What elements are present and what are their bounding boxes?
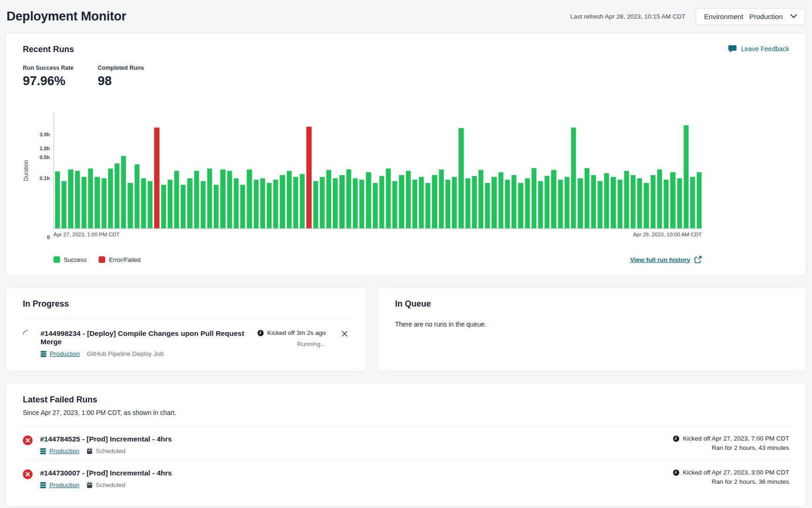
chart-bar-success[interactable] [458,128,463,228]
chart-bar-success[interactable] [280,175,285,228]
chart-bar-success[interactable] [452,177,457,228]
chart-bar-success[interactable] [313,181,318,228]
chart-bar-success[interactable] [134,164,140,228]
chart-bar-success[interactable] [181,185,186,228]
chart-bar-success[interactable] [326,170,331,228]
chart-bar-success[interactable] [472,176,477,228]
chart-bar-success[interactable] [379,176,384,228]
chart-bar-success[interactable] [670,172,675,228]
view-full-run-history-link[interactable]: View full run history [630,256,702,263]
chart-bar-success[interactable] [491,177,497,228]
chart-bar-success[interactable] [267,183,272,228]
chart-bar-success[interactable] [254,180,259,228]
chart-bar-success[interactable] [419,177,424,228]
environment-link[interactable]: Production [40,481,80,488]
chart-bar-success[interactable] [697,172,702,228]
chart-bar-success[interactable] [273,180,278,228]
environment-link[interactable]: Production [40,350,80,357]
chart-bar-success[interactable] [432,175,437,228]
chart-bar-success[interactable] [293,177,298,228]
chart-bar-success[interactable] [399,175,404,228]
chart-bar-success[interactable] [637,178,642,228]
chart-bar-success[interactable] [55,171,60,228]
chart-bar-success[interactable] [478,170,483,228]
chart-bar-success[interactable] [571,127,576,228]
chart-bar-success[interactable] [121,156,126,228]
chart-bar-success[interactable] [114,163,120,228]
chart-bar-success[interactable] [128,183,133,228]
chart-bar-success[interactable] [194,171,199,228]
chart-bar-success[interactable] [68,169,73,228]
dismiss-run-button[interactable] [340,329,349,340]
chart-bar-success[interactable] [611,177,616,228]
chart-bar-success[interactable] [220,169,225,228]
chart-bar-success[interactable] [207,168,212,228]
chart-bar-failed[interactable] [306,127,311,228]
chart-bar-success[interactable] [227,171,232,228]
chart-bar-success[interactable] [141,178,146,228]
chart-bar-success[interactable] [525,178,530,228]
chart-bar-success[interactable] [333,178,338,228]
chart-bar-success[interactable] [558,180,563,228]
chart-bar-success[interactable] [690,177,695,228]
chart-bar-success[interactable] [644,183,649,228]
chart-bar-success[interactable] [386,168,391,228]
chart-bar-success[interactable] [518,183,523,228]
chart-bar-success[interactable] [631,175,636,228]
chart-bar-success[interactable] [174,171,179,228]
chart-bar-success[interactable] [75,171,80,228]
chart-bar-success[interactable] [148,181,153,228]
chart-bar-success[interactable] [412,180,417,228]
chart-bar-success[interactable] [544,176,550,228]
environment-dropdown[interactable]: Environment Production [696,8,805,25]
chart-bar-success[interactable] [240,185,245,228]
chart-bar-success[interactable] [88,168,93,228]
chart-bar-success[interactable] [406,171,411,228]
chart-bar-success[interactable] [61,181,67,228]
chart-bar-success[interactable] [485,183,490,228]
chart-bar-success[interactable] [108,168,113,228]
chart-bar-success[interactable] [373,183,378,228]
chart-bar-success[interactable] [359,180,364,228]
chart-bar-success[interactable] [353,178,358,228]
chart-bar-success[interactable] [551,170,556,228]
chart-bar-success[interactable] [505,180,510,228]
chart-bar-success[interactable] [439,169,444,228]
chart-bar-success[interactable] [584,168,590,228]
chart-bar-success[interactable] [234,178,239,228]
chart-bar-success[interactable] [201,181,206,228]
chart-bar-success[interactable] [168,180,173,228]
chart-bar-success[interactable] [538,181,543,228]
leave-feedback-link[interactable]: Leave Feedback [728,45,789,53]
chart-bar-success[interactable] [624,171,629,228]
environment-link[interactable]: Production [40,448,80,455]
chart-bar-success[interactable] [260,178,265,228]
chart-bar-success[interactable] [604,173,609,228]
chart-bar-failed[interactable] [154,127,159,228]
chart-bar-success[interactable] [677,178,682,228]
chart-bar-success[interactable] [591,175,596,228]
chart-bar-success[interactable] [664,180,669,228]
chart-bar-success[interactable] [392,181,397,228]
chart-bar-success[interactable] [187,178,192,228]
chart-bar-success[interactable] [651,175,656,228]
chart-bar-success[interactable] [101,178,107,228]
chart-bar-success[interactable] [81,177,87,228]
chart-bar-success[interactable] [214,185,219,228]
chart-bar-success[interactable] [465,178,470,228]
chart-bar-success[interactable] [339,175,344,228]
chart-bar-success[interactable] [94,177,100,228]
chart-bar-success[interactable] [346,169,351,228]
chart-bar-success[interactable] [366,172,371,228]
chart-bar-success[interactable] [498,172,503,228]
chart-bar-success[interactable] [300,174,305,228]
chart-bar-success[interactable] [531,168,537,228]
chart-bar-success[interactable] [511,175,517,228]
chart-bar-success[interactable] [617,180,623,228]
chart-bar-success[interactable] [577,178,583,228]
chart-bar-success[interactable] [425,183,430,228]
chart-bar-success[interactable] [445,180,450,228]
chart-bar-success[interactable] [597,181,603,228]
chart-bar-success[interactable] [161,185,166,228]
chart-bar-success[interactable] [320,177,325,228]
